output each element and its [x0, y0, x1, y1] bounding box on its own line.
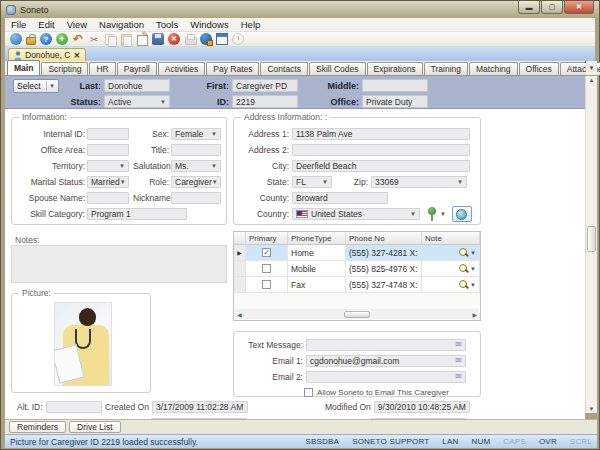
title-field[interactable]	[171, 144, 221, 156]
map-view-button[interactable]	[452, 206, 472, 222]
country-select[interactable]: United States▼	[292, 208, 420, 220]
vertical-scrollbar[interactable]: ▲ ▼	[585, 76, 597, 413]
menu-windows[interactable]: Windows	[184, 19, 235, 30]
lookup-icon[interactable]	[459, 264, 468, 273]
status-select[interactable]: Active▼	[104, 95, 170, 108]
col-primary[interactable]: Primary	[246, 232, 288, 244]
phone-no-cell[interactable]: (555) 825-4976 X:	[346, 261, 422, 276]
help-icon[interactable]: ?	[40, 33, 52, 45]
window-icon[interactable]	[216, 33, 228, 45]
save-icon[interactable]	[152, 33, 164, 45]
id-field[interactable]: 2219	[232, 95, 298, 108]
lookup-icon[interactable]	[459, 248, 468, 257]
scrollbar-thumb[interactable]	[344, 311, 370, 318]
office-area-field[interactable]	[87, 144, 129, 156]
col-phoneno[interactable]: Phone No	[346, 232, 422, 244]
menu-tools[interactable]: Tools	[150, 19, 184, 30]
city-field[interactable]: Deerfield Beach	[292, 160, 470, 172]
zip-select[interactable]: 33069▼	[371, 176, 467, 188]
address2-field[interactable]	[292, 144, 470, 156]
tab-hr[interactable]: HR	[89, 62, 115, 75]
tab-offices[interactable]: Offices	[519, 62, 559, 75]
tab-drive-list[interactable]: Drive List	[69, 421, 120, 433]
scroll-left-icon[interactable]: ◀	[237, 311, 242, 318]
menu-edit[interactable]: Edit	[32, 19, 60, 30]
tab-overflow-icon[interactable]: ▼	[586, 61, 597, 75]
note-cell[interactable]: ▼	[422, 277, 480, 292]
allow-email-checkbox[interactable]	[304, 388, 313, 397]
sex-select[interactable]: Female▼	[171, 128, 221, 140]
menu-navigation[interactable]: Navigation	[93, 19, 150, 30]
col-note[interactable]: Note	[422, 232, 480, 244]
tab-skill-codes[interactable]: Skill Codes	[309, 62, 366, 75]
internal-id-field[interactable]	[87, 128, 129, 140]
horizontal-scrollbar[interactable]: ◀ ▶	[235, 309, 479, 319]
marital-status-select[interactable]: Married▼	[87, 176, 129, 188]
tab-payroll[interactable]: Payroll	[117, 62, 157, 75]
tab-main[interactable]: Main	[7, 60, 40, 75]
role-select[interactable]: Caregiver▼	[171, 176, 221, 188]
tab-contacts[interactable]: Contacts	[260, 62, 308, 75]
network-icon[interactable]	[200, 33, 212, 45]
map-pin-icon[interactable]	[426, 207, 438, 221]
middle-name-field[interactable]	[362, 79, 428, 92]
lock-icon[interactable]	[26, 37, 36, 45]
table-row[interactable]: Mobile (555) 825-4976 X: ▼	[234, 261, 480, 277]
primary-checkbox[interactable]	[262, 280, 271, 289]
primary-checkbox[interactable]	[262, 248, 271, 257]
last-name-field[interactable]: Donohue	[104, 79, 170, 92]
tab-reminders[interactable]: Reminders	[9, 421, 66, 433]
maximize-button[interactable]: ▢	[541, 1, 563, 14]
tab-training[interactable]: Training	[424, 62, 468, 75]
county-field[interactable]: Broward	[292, 192, 388, 204]
state-select[interactable]: FL▼	[292, 176, 332, 188]
undo-icon[interactable]: ↶	[72, 33, 84, 45]
territory-select[interactable]: ▼	[87, 160, 129, 172]
phone-no-cell[interactable]: (555) 327-4281 X:	[346, 245, 422, 260]
table-row[interactable]: ▶ Home (555) 327-4281 X: ▼	[234, 245, 480, 261]
menu-view[interactable]: View	[61, 19, 93, 30]
skill-category-field[interactable]: Program 1	[87, 208, 187, 220]
scrollbar-thumb[interactable]	[587, 226, 596, 252]
tab-activities[interactable]: Activities	[158, 62, 206, 75]
office-field[interactable]: Private Duty	[362, 95, 428, 108]
envelope-icon[interactable]: ✉	[455, 357, 462, 365]
menu-file[interactable]: File	[5, 19, 32, 30]
tab-scripting[interactable]: Scripting	[41, 62, 88, 75]
primary-checkbox[interactable]	[262, 264, 271, 273]
scroll-up-icon[interactable]: ▲	[589, 77, 595, 83]
cut-icon[interactable]: ✂	[88, 33, 100, 45]
tab-matching[interactable]: Matching	[469, 62, 518, 75]
select-button[interactable]: Select ▼	[13, 79, 59, 93]
envelope-icon[interactable]: ✉	[455, 341, 462, 349]
add-icon[interactable]: +	[56, 33, 68, 45]
tab-pay-rates[interactable]: Pay Rates	[206, 62, 259, 75]
email1-field[interactable]: cgdonohue@gmail.com✉	[306, 355, 466, 367]
scroll-down-icon[interactable]: ▼	[589, 406, 595, 412]
note-cell[interactable]: ▼	[422, 245, 480, 260]
tab-close-icon[interactable]: ✕	[73, 51, 80, 60]
world-icon[interactable]	[10, 33, 22, 45]
phone-type-cell[interactable]: Fax	[288, 277, 346, 292]
tab-expirations[interactable]: Expirations	[367, 62, 423, 75]
notes-textarea[interactable]	[11, 245, 227, 283]
paste-icon[interactable]	[120, 33, 132, 45]
spouse-name-field[interactable]	[87, 192, 129, 204]
alt-id-field[interactable]	[46, 401, 102, 413]
close-button[interactable]: ✕	[564, 1, 594, 14]
phone-no-cell[interactable]: (555) 327-4748 X:	[346, 277, 422, 292]
copy-icon[interactable]	[104, 33, 116, 45]
session-clock-icon[interactable]	[232, 33, 244, 45]
chevron-down-icon[interactable]: ▼	[440, 211, 446, 217]
envelope-icon[interactable]: ✉	[455, 373, 462, 381]
delete-icon[interactable]: ✕	[168, 33, 180, 45]
phone-type-cell[interactable]: Mobile	[288, 261, 346, 276]
address1-field[interactable]: 1138 Palm Ave	[292, 128, 470, 140]
first-name-field[interactable]: Caregiver PD	[232, 79, 298, 92]
edit-icon[interactable]	[136, 33, 148, 45]
phone-type-cell[interactable]: Home	[288, 245, 346, 260]
text-message-field[interactable]: ✉	[306, 339, 466, 351]
col-phonetype[interactable]: PhoneType	[288, 232, 346, 244]
salutation-select[interactable]: Ms.▼	[171, 160, 221, 172]
nickname-field[interactable]	[171, 192, 221, 204]
